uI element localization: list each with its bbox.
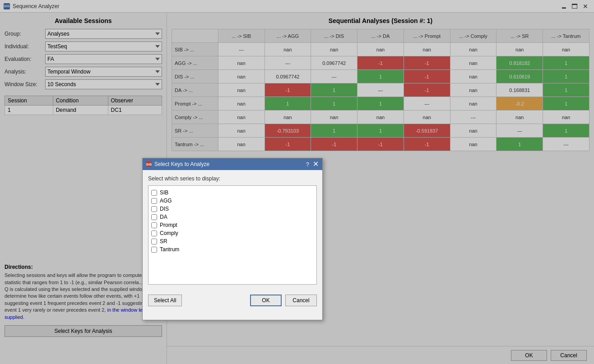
- modal-dialog: SIS Select Keys to Analyze ? ✕ Select wh…: [142, 158, 323, 320]
- label-dis: DIS: [160, 206, 169, 212]
- modal-body: Select which series to display: SIBAGGDI…: [143, 170, 322, 290]
- checkbox-dis[interactable]: [151, 206, 157, 212]
- modal-cancel-button[interactable]: Cancel: [285, 295, 317, 306]
- select-all-button[interactable]: Select All: [148, 295, 182, 306]
- modal-close-button[interactable]: ✕: [313, 161, 319, 168]
- list-item[interactable]: Comply: [151, 229, 314, 237]
- modal-title: Select Keys to Analyze: [154, 161, 209, 167]
- modal-icon: SIS: [146, 161, 152, 167]
- list-item[interactable]: SR: [151, 237, 314, 245]
- list-item[interactable]: DIS: [151, 205, 314, 213]
- modal-list: SIBAGGDISDAPromptComplySRTantrum: [148, 185, 317, 285]
- modal-help-button[interactable]: ?: [306, 161, 309, 168]
- modal-footer: Select All OK Cancel: [143, 290, 322, 311]
- label-agg: AGG: [160, 198, 172, 204]
- modal-subtitle: Select which series to display:: [148, 175, 317, 182]
- checkbox-da[interactable]: [151, 214, 157, 220]
- checkbox-prompt[interactable]: [151, 222, 157, 228]
- checkbox-tantrum[interactable]: [151, 247, 157, 253]
- list-item[interactable]: Tantrum: [151, 245, 314, 253]
- modal-footer-right: OK Cancel: [250, 295, 317, 306]
- label-comply: Comply: [160, 230, 178, 236]
- label-tantrum: Tantrum: [160, 246, 179, 253]
- list-item[interactable]: DA: [151, 213, 314, 221]
- checkbox-sib[interactable]: [151, 190, 157, 196]
- label-da: DA: [160, 214, 167, 220]
- checkbox-comply[interactable]: [151, 230, 157, 236]
- checkbox-agg[interactable]: [151, 198, 157, 204]
- checkbox-sr[interactable]: [151, 239, 157, 244]
- modal-overlay: SIS Select Keys to Analyze ? ✕ Select wh…: [0, 0, 594, 364]
- modal-ok-button[interactable]: OK: [250, 295, 282, 306]
- modal-titlebar-left: SIS Select Keys to Analyze: [146, 161, 209, 167]
- label-sib: SIB: [160, 189, 168, 196]
- list-item[interactable]: AGG: [151, 197, 314, 205]
- list-item[interactable]: SIB: [151, 189, 314, 197]
- list-item[interactable]: Prompt: [151, 221, 314, 229]
- modal-titlebar-controls: ? ✕: [306, 161, 319, 168]
- label-sr: SR: [160, 238, 167, 244]
- modal-titlebar: SIS Select Keys to Analyze ? ✕: [143, 158, 322, 170]
- label-prompt: Prompt: [160, 222, 177, 228]
